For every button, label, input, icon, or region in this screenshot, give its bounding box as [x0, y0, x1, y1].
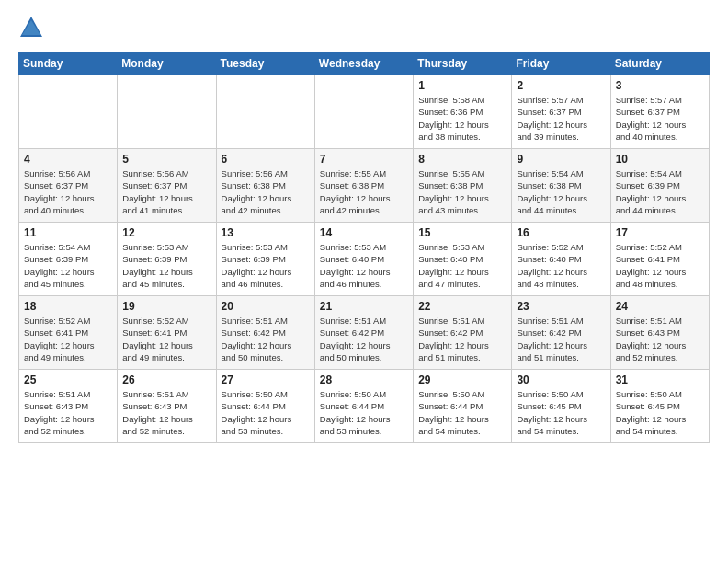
calendar-cell	[216, 75, 314, 149]
day-number: 1	[418, 79, 506, 92]
day-number: 30	[517, 373, 605, 386]
calendar-cell: 25Sunrise: 5:51 AM Sunset: 6:43 PM Dayli…	[19, 370, 118, 443]
day-info: Sunrise: 5:52 AM Sunset: 6:41 PM Dayligh…	[122, 315, 210, 363]
calendar-cell: 27Sunrise: 5:50 AM Sunset: 6:44 PM Dayli…	[216, 370, 314, 443]
day-number: 23	[517, 300, 605, 313]
day-info: Sunrise: 5:56 AM Sunset: 6:38 PM Dayligh…	[222, 167, 310, 216]
calendar-cell: 20Sunrise: 5:51 AM Sunset: 6:42 PM Dayli…	[216, 296, 314, 370]
calendar-cell: 5Sunrise: 5:56 AM Sunset: 6:37 PM Daylig…	[118, 149, 216, 223]
day-number: 28	[320, 373, 408, 386]
day-info: Sunrise: 5:53 AM Sunset: 6:39 PM Dayligh…	[122, 241, 210, 290]
calendar-week-row: 11Sunrise: 5:54 AM Sunset: 6:39 PM Dayli…	[19, 223, 710, 296]
weekday-header: Sunday	[19, 52, 118, 75]
day-number: 19	[122, 300, 210, 313]
day-number: 2	[517, 79, 605, 92]
day-info: Sunrise: 5:51 AM Sunset: 6:42 PM Dayligh…	[418, 315, 506, 363]
calendar-cell	[118, 75, 216, 149]
day-info: Sunrise: 5:54 AM Sunset: 6:39 PM Dayligh…	[616, 167, 704, 216]
day-number: 22	[418, 300, 506, 313]
day-number: 31	[616, 373, 704, 386]
day-number: 21	[320, 300, 408, 313]
calendar-cell: 3Sunrise: 5:57 AM Sunset: 6:37 PM Daylig…	[610, 75, 709, 149]
calendar-cell: 7Sunrise: 5:55 AM Sunset: 6:38 PM Daylig…	[314, 149, 413, 223]
calendar-cell: 16Sunrise: 5:52 AM Sunset: 6:40 PM Dayli…	[512, 223, 610, 296]
calendar-cell: 14Sunrise: 5:53 AM Sunset: 6:40 PM Dayli…	[314, 223, 413, 296]
day-number: 16	[517, 226, 605, 239]
calendar-week-row: 18Sunrise: 5:52 AM Sunset: 6:41 PM Dayli…	[19, 296, 710, 370]
weekday-header: Saturday	[610, 52, 709, 75]
calendar-cell: 21Sunrise: 5:51 AM Sunset: 6:42 PM Dayli…	[314, 296, 413, 370]
day-number: 6	[222, 153, 310, 166]
calendar-cell: 29Sunrise: 5:50 AM Sunset: 6:44 PM Dayli…	[414, 370, 512, 443]
calendar-cell: 6Sunrise: 5:56 AM Sunset: 6:38 PM Daylig…	[216, 149, 314, 223]
calendar-cell: 23Sunrise: 5:51 AM Sunset: 6:42 PM Dayli…	[512, 296, 610, 370]
calendar-cell: 22Sunrise: 5:51 AM Sunset: 6:42 PM Dayli…	[414, 296, 512, 370]
weekday-header: Tuesday	[216, 52, 314, 75]
day-info: Sunrise: 5:53 AM Sunset: 6:39 PM Dayligh…	[222, 241, 310, 290]
day-info: Sunrise: 5:50 AM Sunset: 6:45 PM Dayligh…	[517, 388, 605, 437]
day-info: Sunrise: 5:50 AM Sunset: 6:44 PM Dayligh…	[222, 388, 310, 437]
calendar-cell: 31Sunrise: 5:50 AM Sunset: 6:45 PM Dayli…	[610, 370, 709, 443]
calendar-week-row: 4Sunrise: 5:56 AM Sunset: 6:37 PM Daylig…	[19, 149, 710, 223]
calendar-cell	[19, 75, 118, 149]
day-number: 20	[222, 300, 310, 313]
calendar-cell: 24Sunrise: 5:51 AM Sunset: 6:43 PM Dayli…	[610, 296, 709, 370]
day-number: 27	[222, 373, 310, 386]
day-number: 18	[24, 300, 112, 313]
calendar-cell: 26Sunrise: 5:51 AM Sunset: 6:43 PM Dayli…	[118, 370, 216, 443]
day-info: Sunrise: 5:50 AM Sunset: 6:44 PM Dayligh…	[418, 388, 506, 437]
day-number: 26	[122, 373, 210, 386]
logo-icon	[18, 15, 44, 40]
day-info: Sunrise: 5:51 AM Sunset: 6:42 PM Dayligh…	[320, 315, 408, 363]
day-number: 5	[122, 153, 210, 166]
day-number: 25	[24, 373, 112, 386]
day-number: 13	[222, 226, 310, 239]
page: SundayMondayTuesdayWednesdayThursdayFrid…	[0, 0, 728, 458]
day-info: Sunrise: 5:52 AM Sunset: 6:41 PM Dayligh…	[24, 315, 112, 363]
weekday-header: Friday	[512, 52, 610, 75]
day-info: Sunrise: 5:50 AM Sunset: 6:44 PM Dayligh…	[320, 388, 408, 437]
day-info: Sunrise: 5:55 AM Sunset: 6:38 PM Dayligh…	[418, 167, 506, 216]
calendar-cell: 28Sunrise: 5:50 AM Sunset: 6:44 PM Dayli…	[314, 370, 413, 443]
day-number: 15	[418, 226, 506, 239]
day-info: Sunrise: 5:57 AM Sunset: 6:37 PM Dayligh…	[517, 94, 605, 143]
day-info: Sunrise: 5:51 AM Sunset: 6:43 PM Dayligh…	[24, 388, 112, 437]
day-number: 24	[616, 300, 704, 313]
calendar-cell	[314, 75, 413, 149]
day-info: Sunrise: 5:51 AM Sunset: 6:43 PM Dayligh…	[616, 315, 704, 363]
day-number: 7	[320, 153, 408, 166]
day-number: 3	[616, 79, 704, 92]
day-number: 29	[418, 373, 506, 386]
day-number: 11	[24, 226, 112, 239]
calendar-table: SundayMondayTuesdayWednesdayThursdayFrid…	[18, 52, 710, 443]
calendar-cell: 2Sunrise: 5:57 AM Sunset: 6:37 PM Daylig…	[512, 75, 610, 149]
calendar-cell: 12Sunrise: 5:53 AM Sunset: 6:39 PM Dayli…	[118, 223, 216, 296]
calendar-cell: 10Sunrise: 5:54 AM Sunset: 6:39 PM Dayli…	[610, 149, 709, 223]
day-info: Sunrise: 5:51 AM Sunset: 6:43 PM Dayligh…	[122, 388, 210, 437]
calendar-cell: 15Sunrise: 5:53 AM Sunset: 6:40 PM Dayli…	[414, 223, 512, 296]
weekday-header: Wednesday	[314, 52, 413, 75]
day-info: Sunrise: 5:54 AM Sunset: 6:39 PM Dayligh…	[24, 241, 112, 290]
calendar-week-row: 1Sunrise: 5:58 AM Sunset: 6:36 PM Daylig…	[19, 75, 710, 149]
calendar-cell: 30Sunrise: 5:50 AM Sunset: 6:45 PM Dayli…	[512, 370, 610, 443]
calendar-header-row: SundayMondayTuesdayWednesdayThursdayFrid…	[19, 52, 710, 75]
day-info: Sunrise: 5:53 AM Sunset: 6:40 PM Dayligh…	[320, 241, 408, 290]
weekday-header: Thursday	[414, 52, 512, 75]
svg-marker-1	[22, 20, 40, 35]
day-info: Sunrise: 5:50 AM Sunset: 6:45 PM Dayligh…	[616, 388, 704, 437]
calendar-cell: 18Sunrise: 5:52 AM Sunset: 6:41 PM Dayli…	[19, 296, 118, 370]
day-number: 8	[418, 153, 506, 166]
calendar-cell: 4Sunrise: 5:56 AM Sunset: 6:37 PM Daylig…	[19, 149, 118, 223]
day-info: Sunrise: 5:56 AM Sunset: 6:37 PM Dayligh…	[122, 167, 210, 216]
logo	[18, 15, 48, 40]
day-info: Sunrise: 5:58 AM Sunset: 6:36 PM Dayligh…	[418, 94, 506, 143]
day-info: Sunrise: 5:57 AM Sunset: 6:37 PM Dayligh…	[616, 94, 704, 143]
day-number: 12	[122, 226, 210, 239]
day-info: Sunrise: 5:53 AM Sunset: 6:40 PM Dayligh…	[418, 241, 506, 290]
calendar-cell: 17Sunrise: 5:52 AM Sunset: 6:41 PM Dayli…	[610, 223, 709, 296]
day-number: 4	[24, 153, 112, 166]
day-info: Sunrise: 5:55 AM Sunset: 6:38 PM Dayligh…	[320, 167, 408, 216]
day-info: Sunrise: 5:56 AM Sunset: 6:37 PM Dayligh…	[24, 167, 112, 216]
day-info: Sunrise: 5:52 AM Sunset: 6:40 PM Dayligh…	[517, 241, 605, 290]
calendar-week-row: 25Sunrise: 5:51 AM Sunset: 6:43 PM Dayli…	[19, 370, 710, 443]
